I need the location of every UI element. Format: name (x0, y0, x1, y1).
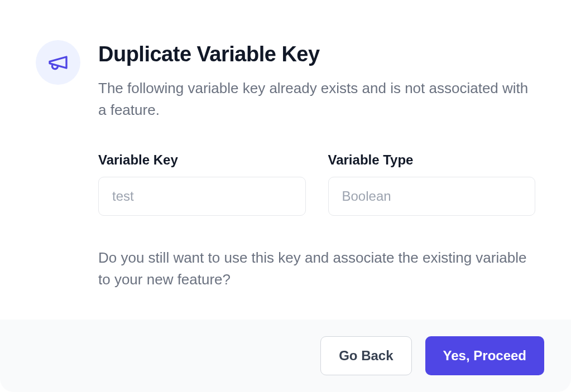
fields-row: Variable Key test Variable Type Boolean (98, 152, 535, 216)
variable-key-value: test (98, 177, 306, 216)
duplicate-variable-modal: Duplicate Variable Key The following var… (0, 0, 571, 392)
modal-content: Duplicate Variable Key The following var… (98, 40, 535, 293)
modal-footer: Go Back Yes, Proceed (0, 320, 571, 392)
variable-type-value: Boolean (328, 177, 536, 216)
variable-type-field: Variable Type Boolean (328, 152, 536, 216)
variable-type-label: Variable Type (328, 152, 536, 168)
megaphone-icon (36, 40, 80, 85)
go-back-button[interactable]: Go Back (320, 336, 411, 375)
variable-key-field: Variable Key test (98, 152, 306, 216)
modal-question: Do you still want to use this key and as… (98, 247, 535, 291)
modal-description: The following variable key already exist… (98, 78, 535, 121)
modal-body: Duplicate Variable Key The following var… (0, 0, 571, 320)
variable-key-label: Variable Key (98, 152, 306, 168)
yes-proceed-button[interactable]: Yes, Proceed (425, 336, 544, 375)
modal-title: Duplicate Variable Key (98, 42, 535, 66)
